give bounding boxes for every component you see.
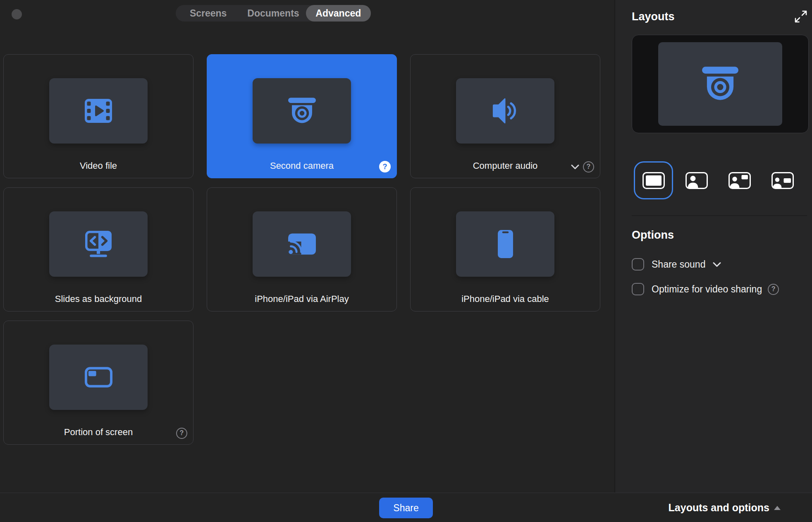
airplay-cast-icon xyxy=(288,233,316,255)
layout-buttons xyxy=(634,161,812,199)
chevron-down-icon xyxy=(571,164,579,170)
layouts-panel: Layouts xyxy=(614,0,812,493)
layout-content-only-button[interactable] xyxy=(634,161,673,199)
help-icon[interactable]: ? xyxy=(583,161,594,172)
layout-side-by-side-button[interactable] xyxy=(763,161,802,199)
option-share-sound: Share sound xyxy=(632,258,812,271)
tile-label: Slides as background xyxy=(4,294,193,304)
option-optimize-video: Optimize for video sharing ? xyxy=(632,283,812,295)
tile-label: Second camera xyxy=(207,160,396,171)
help-icon[interactable]: ? xyxy=(768,284,779,295)
tile-label: Portion of screen xyxy=(4,427,193,438)
share-screen-dialog: Screens Documents Advanced Video file xyxy=(0,0,812,522)
tile-thumbnail xyxy=(49,345,148,410)
speaker-view-layout-icon xyxy=(685,172,708,189)
tile-video-file[interactable]: Video file xyxy=(3,54,193,178)
tile-extras: ? xyxy=(379,161,391,172)
pip-layout-icon xyxy=(728,172,751,189)
tile-label: iPhone/iPad via cable xyxy=(411,294,600,304)
slides-monitor-icon xyxy=(85,231,112,257)
tile-label: iPhone/iPad via AirPlay xyxy=(207,294,396,304)
side-by-side-layout-icon xyxy=(771,172,794,189)
tile-iphone-ipad-cable[interactable]: iPhone/iPad via cable xyxy=(410,187,600,311)
dome-camera-icon xyxy=(288,98,316,124)
tile-thumbnail xyxy=(49,211,148,277)
tab-screens[interactable]: Screens xyxy=(176,5,241,22)
bottom-bar: Share Layouts and options xyxy=(0,493,812,522)
layout-preview-thumbnail xyxy=(658,42,782,126)
content-only-layout-icon xyxy=(642,172,665,189)
expand-arrows-icon xyxy=(794,10,807,23)
help-badge-icon[interactable]: ? xyxy=(379,161,391,172)
tile-thumbnail xyxy=(253,78,351,144)
tab-advanced[interactable]: Advanced xyxy=(306,5,371,22)
tile-slides-as-background[interactable]: Slides as background xyxy=(3,187,193,311)
share-sound-checkbox[interactable] xyxy=(632,258,644,271)
speaker-icon xyxy=(492,97,519,125)
share-source-grid: Video file Second camera ? xyxy=(3,54,600,445)
expand-button[interactable] xyxy=(794,10,807,23)
tile-thumbnail xyxy=(49,78,148,144)
layout-pip-button[interactable] xyxy=(720,161,759,199)
layouts-header: Layouts xyxy=(632,0,812,23)
tile-label: Video file xyxy=(4,160,193,171)
share-mode-tabs: Screens Documents Advanced xyxy=(176,5,371,22)
computer-audio-dropdown-button[interactable] xyxy=(571,164,579,170)
sidebar-divider xyxy=(632,216,807,216)
optimize-video-checkbox[interactable] xyxy=(632,283,644,295)
tile-extras: ? xyxy=(571,161,594,172)
layouts-toggle-label: Layouts and options xyxy=(669,502,769,514)
dome-camera-icon xyxy=(702,67,738,101)
tile-second-camera[interactable]: Second camera ? xyxy=(207,54,397,178)
tile-portion-of-screen[interactable]: Portion of screen ? xyxy=(3,321,193,445)
tile-thumbnail xyxy=(253,211,351,277)
tile-thumbnail xyxy=(456,78,554,144)
optimize-video-label: Optimize for video sharing xyxy=(652,284,762,295)
share-sound-label: Share sound xyxy=(652,259,705,270)
layouts-title: Layouts xyxy=(632,10,675,23)
options-title: Options xyxy=(632,229,812,242)
tile-extras: ? xyxy=(176,427,187,439)
tile-thumbnail xyxy=(456,211,554,277)
tile-computer-audio[interactable]: Computer audio ? xyxy=(410,54,600,178)
share-button[interactable]: Share xyxy=(379,498,433,518)
share-sound-dropdown-button[interactable] xyxy=(713,262,721,267)
help-icon[interactable]: ? xyxy=(176,428,187,439)
tab-documents[interactable]: Documents xyxy=(241,5,306,22)
layout-speaker-view-button[interactable] xyxy=(677,161,716,199)
portion-of-screen-icon xyxy=(85,367,112,388)
phone-icon xyxy=(498,230,513,258)
window-control-dot[interactable] xyxy=(12,9,22,19)
chevron-up-icon xyxy=(774,506,781,510)
tile-iphone-ipad-airplay[interactable]: iPhone/iPad via AirPlay xyxy=(207,187,397,311)
layouts-and-options-toggle[interactable]: Layouts and options xyxy=(666,493,783,522)
layout-preview xyxy=(632,35,809,133)
chevron-down-icon xyxy=(713,262,721,267)
video-file-icon xyxy=(85,99,112,123)
